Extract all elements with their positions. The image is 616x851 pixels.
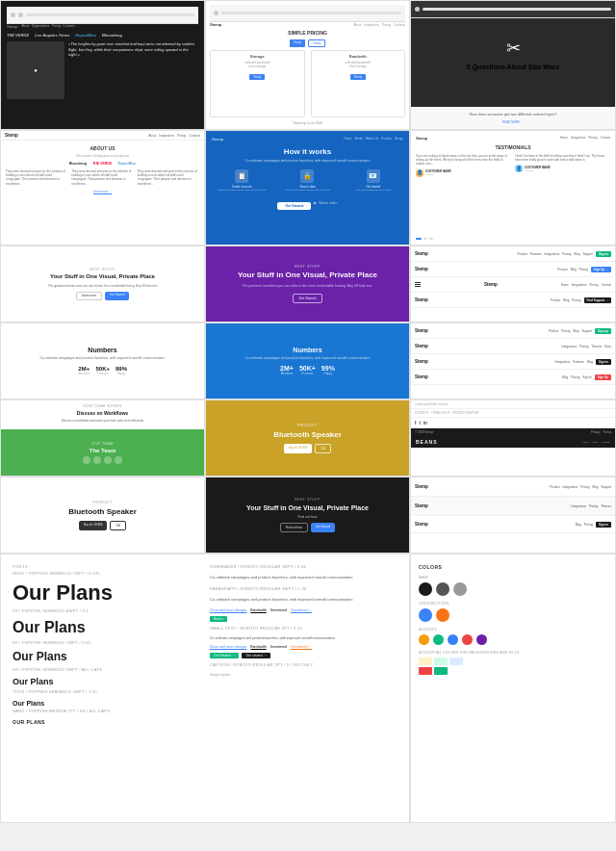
pricing-toggle[interactable]: Yearly Yearly	[210, 39, 405, 47]
read-more-link[interactable]: READ MORE →	[502, 120, 524, 124]
test-nav-links: Home Integrations Pricing Contact	[560, 136, 610, 141]
test-name2: CUSTOMER NAMEPosition	[525, 166, 551, 173]
bt-buy-yellow[interactable]: Buy for 19 $99	[284, 444, 313, 453]
private-btn-purple[interactable]: Get Started	[293, 294, 323, 303]
private-btn-start[interactable]: Get Started	[105, 292, 129, 300]
btn-row-2: Get Started → Get started →	[210, 653, 398, 658]
numbers-stats-white: 2M+ Members 50K+ Products 99% Happy	[78, 366, 127, 375]
nav-cta-5[interactable]: Sign up	[595, 328, 611, 334]
fonts-section-label: FONTS	[13, 564, 200, 569]
nl8-2: Pricing	[571, 375, 579, 379]
starwars-title: 5 Questions About Star Wars	[467, 63, 559, 71]
avatar2: 👤	[515, 165, 523, 172]
nl5-2: Pricing	[561, 329, 570, 333]
link-unmetered-2[interactable]: Unmetered →	[291, 645, 312, 649]
nav-cta-7[interactable]: Sign in	[596, 359, 611, 365]
color-blue-accent	[448, 634, 458, 645]
private-title-purple: Your Stuff in One Visual, Private Place	[238, 271, 377, 280]
btn-get-started-3[interactable]: Get started →	[242, 653, 270, 658]
private-sub-white: The greatest intimate zone you can choos…	[48, 284, 157, 288]
link-1[interactable]: Close and save changes	[210, 608, 246, 612]
hamburger-icon-1[interactable]	[415, 282, 421, 286]
pnl-2: Integrations	[364, 23, 379, 27]
bt-product-label-white: PRODUCT	[92, 501, 113, 504]
nav-links-2: Product Blog Pricing Sign Up →	[557, 267, 611, 272]
step1-icon: 📋	[235, 169, 248, 183]
bar-line	[26, 13, 194, 16]
col-btn-bandwidth[interactable]: Yearly	[350, 74, 366, 80]
accent-color-dots	[419, 634, 607, 645]
learn-more-link[interactable]: Learn more →	[93, 190, 112, 193]
stat-bnum-1: 2M+	[280, 365, 294, 372]
col-btn-storage[interactable]: Yearly	[249, 74, 265, 80]
starwars-cell: ✂ 5 Questions About Star Wars How does s…	[410, 0, 616, 130]
links-colors-label: LINKS/BUTTONS	[419, 602, 607, 606]
bt-gift-yellow[interactable]: Gift	[315, 444, 331, 453]
nl7-2: Features	[573, 360, 584, 364]
test-name1: CUSTOMER NAMEPosition	[425, 169, 451, 177]
main-color-dots	[419, 582, 607, 596]
link-2[interactable]: Bandwidth	[250, 608, 266, 612]
numbers-sub-blue: Co-ordinate campaigns and product launch…	[245, 356, 371, 361]
stat-b1: 2M+ Members	[280, 365, 294, 375]
col-sub-storage: unlimited bandwidthcloud storage	[244, 61, 270, 68]
nl1-4: Pricing	[562, 252, 571, 256]
how-logo: Stemp	[212, 137, 223, 142]
nav-cta-8[interactable]: Sign Up	[595, 374, 611, 380]
editorial-image-placeholder: ●	[34, 67, 38, 73]
link-bw-2[interactable]: Bandwidth	[250, 645, 266, 649]
about-logo: Stemp	[5, 133, 18, 138]
color-purple	[476, 634, 487, 645]
h5-label: TITLE / POPPINS SEMIBOLD 3WPT / 1.50	[13, 689, 200, 694]
typography-content: FONTS HERO / POPPINS SEMIBOLD 7WPT / 0.1…	[13, 564, 398, 725]
nav-bottom-links-1: Product Integrations Pricing Blog Suppor…	[550, 485, 611, 489]
dark-find-out[interactable]: Find out how	[280, 523, 308, 532]
nl1-1: Product	[517, 252, 526, 256]
step2-desc: Your data is always secured and protecte…	[285, 189, 330, 192]
dark-get-started[interactable]: Get Started	[311, 523, 335, 532]
h4-sample: Our Plans	[13, 678, 200, 687]
stat-label-3: Happy	[116, 372, 127, 375]
caption-label-text: CAPTION / ROBOTO REGULAR 3PT / 9 / 800 O…	[210, 662, 398, 667]
nav-cta-2[interactable]: Sign Up →	[591, 267, 611, 272]
numbers-title-blue: Numbers	[293, 347, 321, 353]
how-nav: Stemp Home Works Makes Us Product Design	[212, 137, 403, 142]
testimonials-cell: Stemp Home Integrations Pricing Contact …	[410, 130, 616, 245]
link-close-2[interactable]: Close and save changes	[210, 645, 246, 649]
nav-cta-1[interactable]: Sign in	[596, 251, 611, 257]
dot3	[214, 11, 218, 15]
nl8-3: Sign In	[582, 375, 591, 379]
logo-report-2: ReportBlue	[117, 162, 136, 166]
editorial-nav: Stemp About Organizations Pricing Contac…	[7, 24, 198, 29]
community-label: Community Editor Section	[411, 400, 615, 409]
nav-links-6: Integrations Pricing Themes Docs	[561, 345, 611, 348]
bt-buy-white[interactable]: Buy for 19 $99	[79, 521, 108, 530]
nbl1: Product	[550, 485, 559, 489]
main-grid: Stemp About Organizations Pricing Contac…	[0, 0, 616, 823]
private-btns-white: Learn more Get Started	[76, 292, 130, 300]
step3-desc: Invite teammates and get to work	[355, 189, 391, 192]
nav-links: About Organizations Pricing Contacts	[22, 24, 75, 29]
link-unmetered[interactable]: Unmetered →	[291, 608, 312, 612]
nav-cta-bottom[interactable]: Sign in	[596, 522, 611, 528]
nav-row-8: Stemp Blog Pricing Sign In Sign Up	[411, 370, 615, 385]
nav-links-8: Blog Pricing Sign In Sign Up	[562, 374, 611, 380]
nl5-4: Support	[581, 329, 592, 333]
private-btn-learn[interactable]: Learn more	[76, 292, 102, 300]
ham-line-1	[415, 282, 421, 283]
top-bar-3	[411, 1, 615, 18]
bt-gift-white[interactable]: Gift	[110, 521, 126, 530]
test-col2: I think I've been in the field of sellin…	[515, 154, 610, 235]
test-pagination	[416, 238, 610, 240]
nl4-3: Pricing	[572, 298, 580, 302]
btn-yearly[interactable]: Yearly	[290, 39, 305, 47]
step1-desc: Simple registration takes seconds to com…	[218, 189, 267, 192]
tnl2: Integrations	[571, 136, 586, 141]
how-watch[interactable]: ▶ Watch video	[314, 196, 337, 210]
fl2: Terms	[603, 430, 611, 434]
btn-get-started-1[interactable]: Button	[210, 616, 227, 622]
nav-cta-4[interactable]: Find Support →	[584, 297, 612, 303]
how-get-started[interactable]: Get Started	[277, 202, 311, 210]
btn-get-started-2[interactable]: Get Started →	[210, 653, 239, 658]
btn-monthly[interactable]: Yearly	[308, 39, 325, 47]
